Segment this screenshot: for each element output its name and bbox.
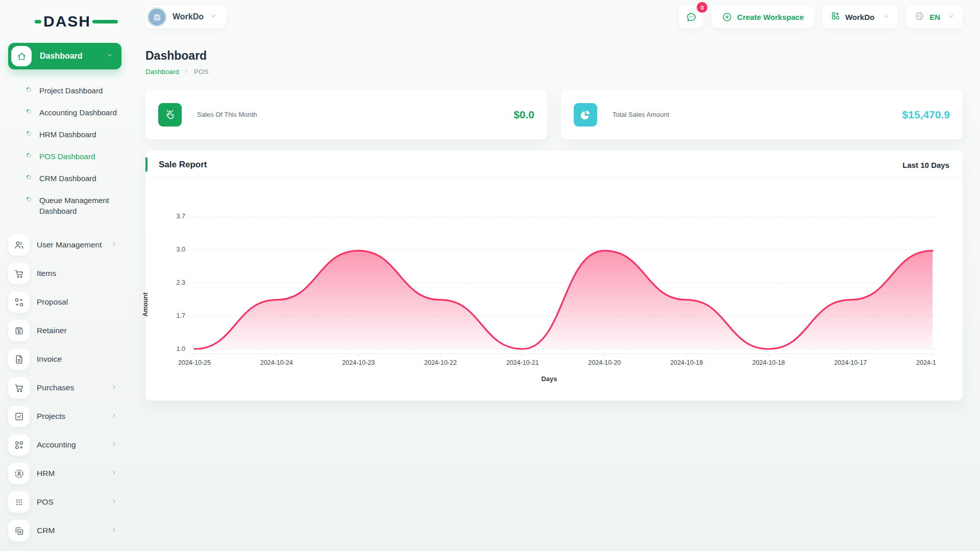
svg-text:3.7: 3.7 [177,213,185,220]
sidebar-item-project-dashboard[interactable]: Project Dashboard [8,80,145,102]
chevron-right-icon [111,497,117,507]
svg-text:3.0: 3.0 [177,246,185,253]
sidebar-item-crm-dashboard[interactable]: CRM Dashboard [8,167,145,189]
breadcrumb: Dashboard POS [145,68,963,76]
sidebar-menu: User Management Items Proposal Retainer [8,234,145,541]
chevron-right-icon [111,383,117,392]
page-title: Dashboard [145,49,963,63]
sidebar-item-dashboard[interactable]: Dashboard [8,43,121,69]
bullet-icon [26,108,32,115]
sidebar-item-retainer[interactable]: Retainer [8,320,121,341]
svg-text:2024-10-18: 2024-10-18 [752,359,785,366]
save-icon [8,320,30,341]
area-chart-canvas: 3.73.02.31.71.02024-10-252024-10-242024-… [163,201,936,370]
chevron-right-icon [111,240,117,249]
svg-text:2024-10-20: 2024-10-20 [588,359,621,366]
svg-text:2024-10-17: 2024-10-17 [834,359,867,366]
chevron-right-icon [111,440,117,449]
squares-plus-icon [8,520,30,541]
sale-report-chart: Amount 3.73.02.31.71.02024-10-252024-10-… [145,201,963,383]
sidebar: DASH Dashboard Project Dashboard Account… [0,0,145,551]
sidebar-item-proposal[interactable]: Proposal [8,291,121,313]
sidebar-item-pos-dashboard[interactable]: POS Dashboard [8,145,145,167]
svg-text:2024-10-21: 2024-10-21 [506,359,539,366]
sale-report-header: Sale Report Last 10 Days [145,151,963,179]
stat-value: $0.0 [513,109,534,121]
home-icon [11,46,32,66]
svg-text:1.7: 1.7 [177,312,185,319]
document-icon [8,348,30,370]
bullet-icon [26,86,32,93]
dashboard-submenu: Project Dashboard Accounting Dashboard H… [8,80,145,222]
svg-text:2024-10-23: 2024-10-23 [342,359,375,366]
y-axis-title: Amount [142,292,149,316]
logo-dash-icon [92,20,118,23]
stat-label: Sales Of This Month [197,111,257,118]
sidebar-item-accounting-dashboard[interactable]: Accounting Dashboard [8,102,145,123]
dots-grid-icon [8,491,30,513]
app-logo[interactable]: DASH [8,9,145,34]
sidebar-item-projects[interactable]: Projects [8,406,121,427]
sidebar-item-items[interactable]: Items [8,263,121,284]
svg-text:2024-10-22: 2024-10-22 [424,359,457,366]
main-content: Dashboard Dashboard POS Sales Of This Mo… [145,0,963,400]
swap-boxes-icon [8,291,30,313]
breadcrumb-current: POS [194,68,209,76]
chevron-right-icon [111,526,117,535]
chart-range-label: Last 10 Days [902,161,949,169]
sidebar-item-purchases[interactable]: Purchases [8,377,121,398]
sidebar-item-label: Dashboard [40,52,83,61]
chevron-right-icon [111,412,117,421]
check-square-icon [8,406,30,427]
sale-report-card: Sale Report Last 10 Days Amount 3.73.02.… [145,151,963,400]
cart-icon [8,263,30,284]
svg-text:2.3: 2.3 [177,279,185,286]
chevron-right-icon [184,69,189,74]
stat-card-sales-of-this-month: Sales Of This Month $0.0 [145,90,547,139]
sidebar-item-hrm[interactable]: HRM [8,463,121,484]
svg-text:2024-10-24: 2024-10-24 [260,359,293,366]
chevron-right-icon [111,469,117,478]
stat-card-total-sales-amount: Total Sales Amount $15,470.9 [561,90,963,139]
sidebar-item-hrm-dashboard[interactable]: HRM Dashboard [8,123,145,145]
users-icon [8,234,30,256]
sidebar-item-pos[interactable]: POS [8,491,121,513]
grid-plus-icon [8,434,30,456]
sidebar-item-crm[interactable]: CRM [8,520,121,541]
stat-label: Total Sales Amount [612,111,669,118]
pie-chart-icon [574,103,597,127]
stats-row: Sales Of This Month $0.0 Total Sales Amo… [145,90,963,139]
svg-text:2024-10-19: 2024-10-19 [670,359,703,366]
sidebar-item-invoice[interactable]: Invoice [8,348,121,370]
bullet-icon [26,152,32,159]
bullet-icon [26,130,32,137]
svg-text:2024-10-25: 2024-10-25 [178,359,211,366]
chevron-down-icon [106,52,113,61]
logo-text: DASH [43,13,91,30]
x-axis-title: Days [163,375,936,383]
scan-person-icon [8,463,30,484]
sidebar-item-accounting[interactable]: Accounting [8,434,121,456]
tap-icon [158,103,182,127]
breadcrumb-dashboard-link[interactable]: Dashboard [145,68,179,76]
bullet-icon [26,174,32,181]
bullet-icon [26,196,32,203]
chart-title: Sale Report [159,160,207,170]
cart-icon [8,377,30,398]
logo-dash-icon [35,20,41,23]
svg-text:2024-10-16: 2024-10-16 [916,359,936,366]
svg-text:1.0: 1.0 [177,345,185,353]
sidebar-item-queue-management-dashboard[interactable]: Queue Management Dashboard [8,189,145,222]
stat-value: $15,470.9 [902,109,950,121]
sidebar-item-user-management[interactable]: User Management [8,234,121,256]
